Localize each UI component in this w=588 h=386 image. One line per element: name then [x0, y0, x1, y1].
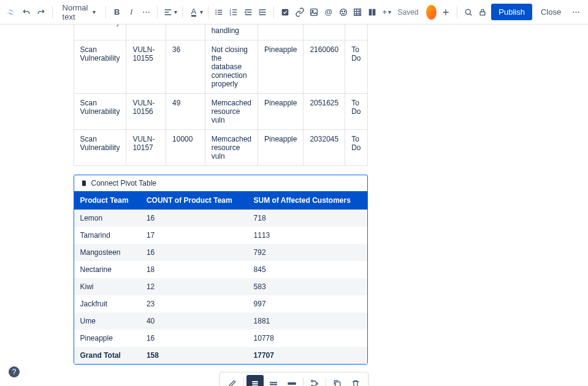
undo-button[interactable] — [20, 4, 32, 21]
svg-rect-4 — [218, 12, 222, 12]
delete-button[interactable] — [347, 375, 364, 386]
cell[interactable]: Pineapple — [258, 94, 304, 130]
separator — [208, 6, 208, 18]
svg-rect-12 — [281, 9, 288, 15]
cell[interactable]: To Do — [345, 94, 367, 130]
find-replace-button[interactable] — [462, 4, 475, 21]
pivot-row: Jackfruit23997 — [74, 295, 367, 312]
layouts-button[interactable] — [366, 4, 378, 21]
cell[interactable]: 10154 — [126, 25, 166, 40]
cell[interactable]: 2032045 — [304, 130, 345, 166]
separator — [157, 6, 158, 18]
help-button[interactable]: ? — [9, 366, 20, 377]
cell[interactable]: 49 — [166, 94, 205, 130]
pivot-table: Product Team COUNT of Product Team SUM o… — [74, 191, 367, 364]
invite-button[interactable] — [440, 4, 452, 21]
redo-button[interactable] — [35, 4, 47, 21]
chart-button[interactable] — [306, 375, 323, 386]
width-full-button[interactable] — [283, 375, 300, 386]
cell[interactable]: 2160060 — [304, 40, 345, 94]
cell[interactable]: Not closing the database connection prop… — [205, 40, 258, 94]
pivot-macro[interactable]: Connect Pivot Table Product Team COUNT o… — [74, 175, 368, 365]
svg-rect-28 — [288, 382, 296, 385]
editor-toolbar: Normal text ▾ B I ⋯ ▾ A ▾ 123 @ — [0, 0, 588, 25]
svg-point-21 — [465, 9, 470, 14]
cell[interactable] — [258, 25, 304, 40]
svg-rect-9 — [232, 9, 237, 10]
cell[interactable] — [345, 25, 367, 40]
cell[interactable]: 36 — [166, 40, 205, 94]
indent-button[interactable] — [257, 4, 269, 21]
align-dropdown[interactable] — [162, 4, 175, 21]
outdent-button[interactable] — [242, 4, 254, 21]
pivot-row: Ume401881 — [74, 312, 367, 330]
separator — [326, 377, 326, 386]
width-wide-button[interactable] — [265, 375, 282, 386]
pivot-row: Mangosteen16792 — [74, 244, 367, 261]
svg-point-31 — [316, 383, 318, 385]
table-button[interactable] — [351, 4, 364, 21]
macro-floating-toolbar — [220, 372, 368, 386]
width-center-button[interactable] — [246, 375, 264, 386]
cell[interactable]: Pineapple — [258, 130, 304, 166]
svg-point-29 — [311, 380, 313, 382]
svg-rect-3 — [218, 10, 222, 10]
cell[interactable]: VULN-10156 — [126, 94, 166, 130]
cell[interactable]: Memcached resource vuln — [205, 130, 258, 166]
separator — [182, 6, 183, 18]
cell[interactable]: Scan Vulnerability — [74, 40, 126, 94]
separator — [105, 6, 106, 18]
cell[interactable]: Scan Vulnerability — [74, 130, 126, 166]
pivot-header: Product Team — [74, 191, 140, 210]
svg-rect-10 — [232, 12, 237, 12]
link-button[interactable] — [294, 4, 306, 21]
pivot-row: Pineapple1610778 — [74, 330, 367, 347]
pivot-row: Lemon16718 — [74, 210, 367, 227]
cell[interactable] — [166, 25, 205, 40]
table-row: Vulnerability 10154 errorhandling — [74, 25, 367, 40]
svg-rect-23 — [252, 381, 258, 382]
copy-button[interactable] — [329, 375, 346, 386]
more-formatting-button[interactable]: ⋯ — [140, 4, 152, 21]
mention-button[interactable]: @ — [323, 4, 335, 21]
table-row: Scan Vulnerability VULN-10155 36 Not clo… — [74, 40, 367, 94]
svg-rect-13 — [311, 9, 318, 15]
action-item-button[interactable] — [279, 4, 291, 21]
cell[interactable]: To Do — [345, 130, 367, 166]
cell[interactable]: Pineapple — [258, 40, 304, 94]
svg-point-2 — [216, 13, 217, 15]
cell[interactable] — [304, 25, 345, 40]
cell[interactable]: VULN-10157 — [126, 130, 166, 166]
more-actions-button[interactable]: ⋯ — [570, 4, 582, 21]
restrictions-button[interactable] — [477, 4, 489, 21]
bold-button[interactable]: B — [111, 4, 123, 21]
pivot-row: Kiwi12583 — [74, 278, 367, 295]
close-button[interactable]: Close — [535, 4, 567, 20]
table-row: Scan Vulnerability VULN-10156 49 Memcach… — [74, 94, 367, 130]
numbered-list-button[interactable]: 123 — [227, 4, 240, 21]
text-color-button[interactable]: A — [188, 4, 200, 21]
insert-dropdown[interactable]: +▾ — [381, 4, 393, 21]
bullet-list-button[interactable] — [213, 4, 225, 21]
avatar[interactable] — [426, 5, 437, 20]
saved-status: Saved — [398, 8, 419, 17]
vulnerability-table[interactable]: Vulnerability 10154 errorhandling Scan V… — [74, 25, 368, 166]
cell[interactable]: To Do — [345, 40, 367, 94]
cell[interactable]: VULN-10155 — [126, 40, 166, 94]
svg-rect-20 — [373, 9, 376, 15]
svg-text:3: 3 — [229, 13, 231, 17]
cell[interactable]: 2051625 — [304, 94, 345, 130]
cell[interactable]: Scan Vulnerability — [74, 94, 126, 130]
emoji-button[interactable] — [337, 4, 349, 21]
cell[interactable]: Memcached resource vuln — [205, 94, 258, 130]
text-style-dropdown[interactable]: Normal text ▾ — [58, 4, 101, 21]
cell[interactable]: errorhandling — [205, 25, 258, 40]
document-icon — [80, 180, 88, 187]
cell[interactable]: 10000 — [166, 130, 205, 166]
cell[interactable]: Vulnerability — [74, 25, 126, 40]
confluence-logo-icon — [6, 6, 15, 19]
publish-button[interactable]: Publish — [491, 4, 532, 20]
image-button[interactable] — [308, 4, 320, 21]
italic-button[interactable]: I — [126, 4, 138, 21]
edit-macro-button[interactable] — [224, 375, 241, 386]
